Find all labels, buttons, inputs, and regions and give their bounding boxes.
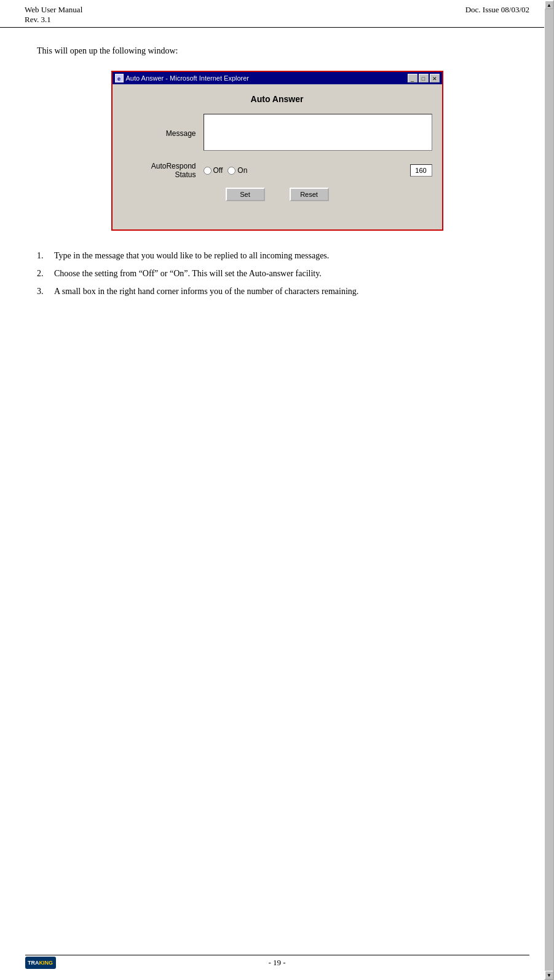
scroll-down-arrow[interactable]: ▼ bbox=[545, 971, 553, 979]
page-number: - 19 - bbox=[268, 958, 285, 968]
instruction-item-2: 2. Choose the setting from “Off” or “On”… bbox=[37, 267, 517, 280]
footer-logo: TRA KING bbox=[25, 957, 56, 969]
reset-button[interactable]: Reset bbox=[290, 188, 329, 201]
set-button[interactable]: Set bbox=[226, 188, 265, 201]
window-icon: e bbox=[115, 74, 124, 82]
maximize-button[interactable]: □ bbox=[419, 74, 429, 82]
scrollbar-stub: ▲ ▼ bbox=[544, 0, 554, 980]
manual-rev: Rev. 3.1 bbox=[25, 15, 82, 25]
instruction-item-1: 1. Type in the message that you would li… bbox=[37, 249, 517, 262]
dialog-title: Auto Answer bbox=[122, 94, 432, 104]
window-titlebar: e Auto Answer - Microsoft Internet Explo… bbox=[113, 72, 442, 84]
radio-off-label[interactable]: Off bbox=[204, 166, 223, 175]
message-textarea[interactable] bbox=[204, 114, 432, 151]
message-row: Message ▲ ▼ bbox=[122, 114, 432, 153]
list-num-3: 3. bbox=[37, 285, 54, 298]
instruction-item-3: 3. A small box in the right hand corner … bbox=[37, 285, 517, 298]
minimize-button[interactable]: _ bbox=[408, 74, 417, 82]
list-num-1: 1. bbox=[37, 249, 54, 262]
titlebar-left: e Auto Answer - Microsoft Internet Explo… bbox=[115, 74, 250, 82]
close-button[interactable]: ✕ bbox=[430, 74, 440, 82]
manual-title: Web User Manual bbox=[25, 5, 82, 15]
header-left: Web User Manual Rev. 3.1 bbox=[25, 5, 82, 25]
logo-tra-text: TRA bbox=[28, 960, 39, 966]
instruction-text-2: Choose the setting from “Off” or “On”. T… bbox=[54, 267, 322, 280]
scroll-up-arrow[interactable]: ▲ bbox=[545, 1, 553, 9]
logo-king-text: KING bbox=[39, 960, 53, 966]
page-header: Web User Manual Rev. 3.1 Doc. Issue 08/0… bbox=[0, 0, 554, 28]
autorespond-label: AutoRespond Status bbox=[122, 162, 196, 179]
radio-off[interactable] bbox=[204, 167, 212, 175]
window-body: Auto Answer Message ▲ ▼ AutoRespond Stat… bbox=[113, 84, 442, 229]
window-title: Auto Answer - Microsoft Internet Explore… bbox=[126, 74, 250, 82]
radio-group: Off On bbox=[204, 166, 410, 175]
page-content: This will open up the following window: … bbox=[0, 28, 554, 340]
header-right: Doc. Issue 08/03/02 bbox=[465, 5, 529, 25]
char-count-box: 160 bbox=[410, 164, 432, 177]
footer-line bbox=[25, 955, 529, 956]
form-area: Message ▲ ▼ AutoRespond Status bbox=[122, 114, 432, 201]
instruction-text-1: Type in the message that you would like … bbox=[54, 249, 329, 262]
radio-on-label[interactable]: On bbox=[228, 166, 247, 175]
autorespond-row: AutoRespond Status Off On 160 bbox=[122, 162, 432, 179]
instruction-text-3: A small box in the right hand corner inf… bbox=[54, 285, 358, 298]
radio-on-text: On bbox=[237, 166, 247, 175]
radio-off-text: Off bbox=[213, 166, 223, 175]
message-textarea-wrapper bbox=[204, 114, 432, 153]
radio-on[interactable] bbox=[228, 167, 235, 175]
list-num-2: 2. bbox=[37, 267, 54, 280]
message-label: Message bbox=[122, 129, 196, 138]
page-footer: TRA KING - 19 - bbox=[0, 955, 554, 968]
button-row: Set Reset bbox=[122, 188, 432, 201]
logo-box: TRA KING bbox=[25, 957, 56, 969]
titlebar-buttons: _ □ ✕ bbox=[408, 74, 440, 82]
screenshot-window: e Auto Answer - Microsoft Internet Explo… bbox=[111, 71, 443, 231]
instructions-list: 1. Type in the message that you would li… bbox=[37, 249, 517, 298]
footer-content: TRA KING - 19 - bbox=[25, 958, 529, 968]
intro-text: This will open up the following window: bbox=[37, 46, 517, 56]
